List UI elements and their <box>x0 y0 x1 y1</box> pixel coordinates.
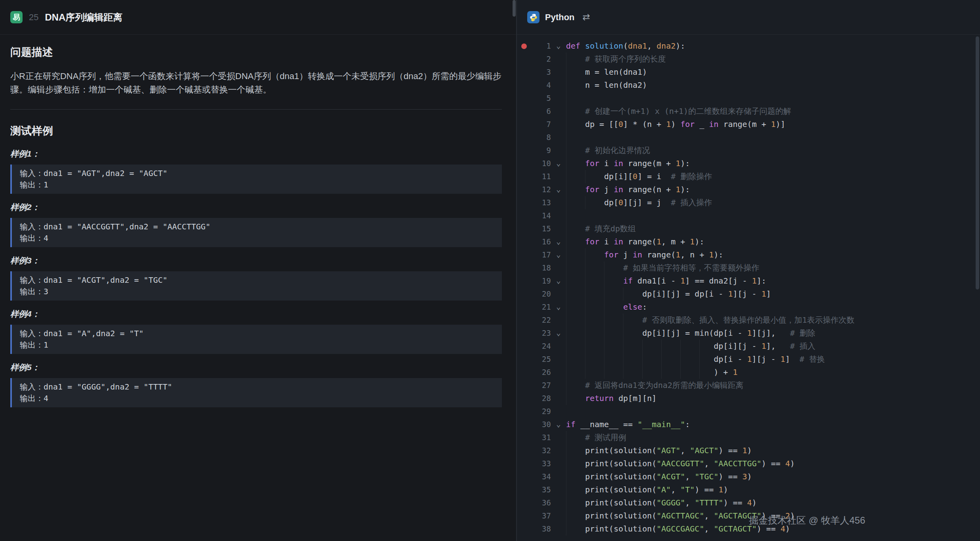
fold-chevron-down-icon[interactable]: ⌄ <box>551 418 566 431</box>
editor-scrollbar-thumb[interactable] <box>976 36 979 289</box>
gutter-breakpoint-area[interactable] <box>517 327 531 340</box>
gutter-breakpoint-area[interactable] <box>517 170 531 183</box>
code-line[interactable]: 24dp[i][j - 1], # 插入 <box>517 340 980 353</box>
gutter-breakpoint-area[interactable] <box>517 405 531 418</box>
code-line[interactable]: 38print(solution("AGCCGAGC", "GCTAGCT") … <box>517 522 980 535</box>
code-line[interactable]: 36print(solution("GGGG", "TTTT") == 4) <box>517 496 980 509</box>
code-line[interactable]: 11dp[i][0] = i # 删除操作 <box>517 170 980 183</box>
indent-guide-line <box>661 366 662 379</box>
gutter-breakpoint-area[interactable] <box>517 92 531 105</box>
fold-chevron-down-icon[interactable]: ⌄ <box>551 248 566 261</box>
code-line[interactable]: 22# 否则取删除、插入、替换操作的最小值，加1表示操作次数 <box>517 314 980 327</box>
gutter-breakpoint-area[interactable] <box>517 209 531 222</box>
code-line[interactable]: 27# 返回将dna1变为dna2所需的最小编辑距离 <box>517 379 980 392</box>
gutter-breakpoint-area[interactable] <box>517 418 531 431</box>
gutter-breakpoint-area[interactable] <box>517 496 531 509</box>
code-line[interactable]: 26) + 1 <box>517 366 980 379</box>
code-line[interactable]: 20dp[i][j] = dp[i - 1][j - 1] <box>517 288 980 301</box>
gutter-breakpoint-area[interactable] <box>517 79 531 92</box>
code-line[interactable]: 9# 初始化边界情况 <box>517 144 980 157</box>
code-line[interactable]: 21⌄else: <box>517 301 980 314</box>
code-line[interactable]: 33print(solution("AACCGGTT", "AACCTTGG")… <box>517 457 980 470</box>
gutter-breakpoint-area[interactable] <box>517 222 531 235</box>
gutter-breakpoint-area[interactable] <box>517 366 531 379</box>
gutter-breakpoint-area[interactable] <box>517 314 531 327</box>
code-line[interactable]: 10⌄for i in range(m + 1): <box>517 157 980 170</box>
code-line[interactable]: 3m = len(dna1) <box>517 66 980 79</box>
code-line[interactable]: 4n = len(dna2) <box>517 79 980 92</box>
code-line[interactable]: 7dp = [[0] * (n + 1) for _ in range(m + … <box>517 118 980 131</box>
gutter-breakpoint-area[interactable] <box>517 509 531 522</box>
fold-chevron-down-icon[interactable]: ⌄ <box>551 274 566 288</box>
gutter-breakpoint-area[interactable] <box>517 392 531 405</box>
indent-guide-line <box>604 353 604 366</box>
line-number: 5 <box>531 92 551 105</box>
code-line[interactable]: 37print(solution("AGCTTAGC", "AGCTAGCT")… <box>517 509 980 522</box>
code-line[interactable]: 17⌄for j in range(1, n + 1): <box>517 248 980 261</box>
gutter-breakpoint-area[interactable] <box>517 274 531 288</box>
code-line[interactable]: 15# 填充dp数组 <box>517 222 980 235</box>
line-number: 35 <box>531 483 551 496</box>
code-line[interactable]: 30⌄if __name__ == "__main__": <box>517 418 980 431</box>
fold-chevron-down-icon[interactable]: ⌄ <box>551 40 566 53</box>
gutter-breakpoint-area[interactable] <box>517 66 531 79</box>
gutter-breakpoint-area[interactable] <box>517 235 531 248</box>
indent-guide-line <box>566 222 566 235</box>
gutter-breakpoint-area[interactable] <box>517 379 531 392</box>
fold-chevron-down-icon[interactable]: ⌄ <box>551 327 566 340</box>
code-line[interactable]: 25dp[i - 1][j - 1] # 替换 <box>517 353 980 366</box>
code-line[interactable]: 23⌄dp[i][j] = min(dp[i - 1][j], # 删除 <box>517 327 980 340</box>
gutter-breakpoint-area[interactable] <box>517 444 531 457</box>
line-number: 12 <box>531 183 551 196</box>
code-line[interactable]: 19⌄if dna1[i - 1] == dna2[j - 1]: <box>517 274 980 288</box>
language-selector[interactable]: Python <box>527 11 575 23</box>
code-text: for j in range(1, n + 1): <box>566 248 723 261</box>
fold-chevron-down-icon[interactable]: ⌄ <box>551 157 566 170</box>
fold-chevron-down-icon[interactable]: ⌄ <box>551 183 566 196</box>
code-line[interactable]: 14 <box>517 209 980 222</box>
code-line[interactable]: 29 <box>517 405 980 418</box>
code-line[interactable]: 34print(solution("ACGT", "TGC") == 3) <box>517 470 980 483</box>
gutter-breakpoint-area[interactable] <box>517 431 531 444</box>
gutter-breakpoint-area[interactable] <box>517 118 531 131</box>
code-line[interactable]: 12⌄for j in range(n + 1): <box>517 183 980 196</box>
gutter-breakpoint-area[interactable] <box>517 261 531 274</box>
gutter-breakpoint-area[interactable] <box>517 196 531 209</box>
gutter-breakpoint-area[interactable] <box>517 131 531 144</box>
code-line[interactable]: 31# 测试用例 <box>517 431 980 444</box>
language-switch-icon[interactable]: ⇄ <box>583 12 590 23</box>
left-scrollbar-thumb[interactable] <box>513 0 516 17</box>
fold-spacer <box>551 222 566 235</box>
gutter-breakpoint-area[interactable] <box>517 301 531 314</box>
code-line[interactable]: 8 <box>517 131 980 144</box>
code-line[interactable]: 35print(solution("A", "T") == 1) <box>517 483 980 496</box>
gutter-breakpoint-area[interactable] <box>517 157 531 170</box>
gutter-breakpoint-area[interactable] <box>517 340 531 353</box>
fold-spacer <box>551 366 566 379</box>
fold-chevron-down-icon[interactable]: ⌄ <box>551 301 566 314</box>
gutter-breakpoint-area[interactable] <box>517 288 531 301</box>
gutter-breakpoint-area[interactable] <box>517 248 531 261</box>
code-line[interactable]: 6# 创建一个(m+1) x (n+1)的二维数组来存储子问题的解 <box>517 105 980 118</box>
code-line[interactable]: 1⌄def solution(dna1, dna2): <box>517 40 980 53</box>
gutter-breakpoint-area[interactable] <box>517 53 531 66</box>
gutter-breakpoint-area[interactable] <box>517 522 531 535</box>
gutter-breakpoint-area[interactable] <box>517 144 531 157</box>
breakpoint-dot[interactable] <box>517 40 531 53</box>
code-line[interactable]: 28return dp[m][n] <box>517 392 980 405</box>
code-line[interactable]: 18# 如果当前字符相等，不需要额外操作 <box>517 261 980 274</box>
fold-chevron-down-icon[interactable]: ⌄ <box>551 235 566 248</box>
gutter-breakpoint-area[interactable] <box>517 483 531 496</box>
gutter-breakpoint-area[interactable] <box>517 353 531 366</box>
code-line[interactable]: 2# 获取两个序列的长度 <box>517 53 980 66</box>
gutter-breakpoint-area[interactable] <box>517 183 531 196</box>
code-line[interactable]: 5 <box>517 92 980 105</box>
gutter-breakpoint-area[interactable] <box>517 470 531 483</box>
indent-guide-line <box>566 144 566 157</box>
code-editor[interactable]: 1⌄def solution(dna1, dna2):2# 获取两个序列的长度3… <box>517 35 980 535</box>
gutter-breakpoint-area[interactable] <box>517 457 531 470</box>
gutter-breakpoint-area[interactable] <box>517 105 531 118</box>
code-line[interactable]: 16⌄for i in range(1, m + 1): <box>517 235 980 248</box>
code-line[interactable]: 32print(solution("AGT", "AGCT") == 1) <box>517 444 980 457</box>
code-line[interactable]: 13dp[0][j] = j # 插入操作 <box>517 196 980 209</box>
